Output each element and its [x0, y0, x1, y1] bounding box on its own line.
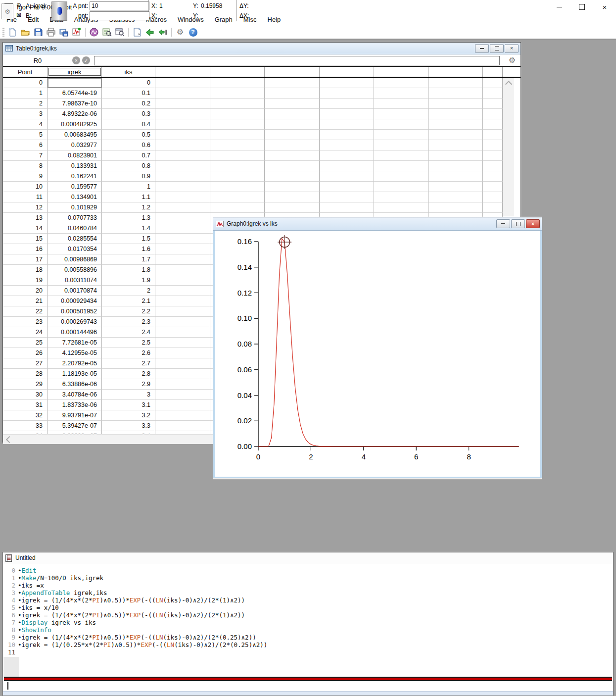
point-cell[interactable]: 32 — [3, 410, 47, 421]
table-cell[interactable] — [428, 161, 483, 171]
table-cell[interactable]: 2.9 — [102, 379, 155, 390]
command-titlebar[interactable]: Untitled — [3, 552, 613, 564]
igrek-trace[interactable] — [258, 239, 519, 447]
table-cell[interactable]: 0.159577 — [47, 182, 102, 192]
table-cell[interactable]: 4.89322e-06 — [47, 109, 102, 119]
command-line[interactable]: 10•igrek = (1/(0.25*x*(2*PI)∧0.5))*EXP(-… — [3, 641, 613, 648]
point-cell[interactable]: 0 — [3, 78, 47, 88]
table-cell[interactable] — [374, 202, 428, 213]
table-cell[interactable] — [483, 192, 503, 202]
table-cell[interactable]: 1.8 — [102, 265, 155, 275]
table-cell[interactable]: 0.0170354 — [47, 244, 102, 254]
table-cell[interactable] — [155, 296, 210, 306]
graph-close-button[interactable]: × — [526, 219, 540, 228]
table-cell[interactable] — [374, 150, 428, 161]
point-cell[interactable]: 7 — [3, 150, 47, 161]
table-cell[interactable] — [428, 150, 483, 161]
table-cell[interactable]: 2.1 — [102, 296, 155, 306]
table-cell[interactable] — [155, 234, 210, 244]
command-input-line[interactable] — [3, 681, 613, 691]
table-cell[interactable]: 2.20792e-05 — [47, 358, 102, 369]
graph-plot-area[interactable]: 0.000.020.040.060.080.100.120.140.160246… — [213, 231, 542, 478]
table-cell[interactable] — [428, 171, 483, 182]
table-cell[interactable]: 2.7 — [102, 358, 155, 369]
command-line[interactable]: 3•AppendToTable igrek,iks — [3, 589, 613, 597]
table-cell[interactable] — [320, 161, 374, 171]
table-cell[interactable] — [155, 431, 210, 434]
table-cell[interactable] — [320, 192, 374, 202]
point-cell[interactable]: 4 — [3, 119, 47, 130]
table-cell[interactable] — [155, 400, 210, 410]
save-graphics-button[interactable] — [57, 26, 70, 38]
table-cell[interactable] — [483, 88, 503, 99]
open-button[interactable] — [19, 26, 32, 38]
table-cell[interactable]: 0.000929434 — [47, 296, 102, 306]
point-cell[interactable]: 12 — [3, 202, 47, 213]
table-cell[interactable] — [265, 192, 320, 202]
table-cell[interactable]: 2.2 — [102, 306, 155, 317]
table-cell[interactable] — [210, 140, 265, 150]
table-cell[interactable] — [210, 182, 265, 192]
table-cell[interactable]: 0.134901 — [47, 192, 102, 202]
go-back-button[interactable] — [143, 26, 156, 38]
graph-minimize-button[interactable] — [496, 219, 510, 228]
point-cell[interactable]: 16 — [3, 244, 47, 254]
table-cell[interactable]: 0.000144496 — [47, 327, 102, 338]
column-header-empty[interactable] — [210, 67, 265, 77]
table-cell[interactable] — [483, 202, 503, 213]
column-header-iks[interactable]: iks — [102, 67, 155, 77]
point-cell[interactable]: 24 — [3, 327, 47, 338]
command-line[interactable]: 7•Display igrek vs iks — [3, 619, 613, 626]
table-cell[interactable]: 5.39427e-07 — [47, 421, 102, 431]
command-divider[interactable] — [4, 677, 612, 681]
close-button[interactable]: × — [593, 0, 616, 14]
table-cell[interactable] — [374, 192, 428, 202]
table-cell[interactable]: 0.00986869 — [47, 254, 102, 265]
menu-item-help[interactable]: Help — [262, 14, 286, 26]
point-cell[interactable]: 26 — [3, 348, 47, 358]
point-cell[interactable]: 33 — [3, 421, 47, 431]
table-cell[interactable] — [210, 99, 265, 109]
print-button[interactable] — [45, 26, 57, 38]
table-cell[interactable] — [483, 109, 503, 119]
graph-titlebar[interactable]: Graph0:igrek vs iks × — [213, 217, 542, 231]
point-cell[interactable]: 18 — [3, 265, 47, 275]
table-cell[interactable] — [155, 119, 210, 130]
command-line[interactable]: 0•Edit — [3, 567, 613, 574]
table-cell[interactable] — [483, 182, 503, 192]
table-cell[interactable] — [155, 338, 210, 348]
graph-maximize-button[interactable] — [511, 219, 525, 228]
point-cell[interactable]: 9 — [3, 171, 47, 182]
info-gear-button[interactable]: ⚙ — [1, 3, 13, 19]
point-cell[interactable]: 11 — [3, 192, 47, 202]
table-cell[interactable] — [210, 192, 265, 202]
table-cell[interactable]: 2.8 — [102, 369, 155, 379]
table-cell[interactable] — [320, 78, 374, 88]
table-cell[interactable] — [483, 119, 503, 130]
a-pnt-input[interactable] — [90, 1, 149, 10]
table-cell[interactable]: 1.6 — [102, 244, 155, 254]
column-header-empty[interactable] — [483, 67, 503, 77]
table-cell[interactable] — [155, 140, 210, 150]
table-cell[interactable]: 1.9 — [102, 275, 155, 286]
table-cell[interactable] — [320, 119, 374, 130]
table-cell[interactable]: 7.72681e-05 — [47, 338, 102, 348]
browse-waves-button[interactable] — [88, 26, 100, 38]
maximize-button[interactable] — [570, 0, 593, 14]
table-cell[interactable]: 1.18193e-05 — [47, 369, 102, 379]
table-cell[interactable] — [320, 182, 374, 192]
column-header-empty[interactable] — [374, 67, 428, 77]
new-graph-button[interactable] — [70, 26, 83, 38]
accept-entry-button[interactable]: ✓ — [82, 56, 90, 64]
table-cell[interactable] — [155, 182, 210, 192]
column-header-empty[interactable] — [265, 67, 320, 77]
table-cell[interactable] — [320, 150, 374, 161]
point-cell[interactable]: 29 — [3, 379, 47, 390]
table-cell[interactable]: 7.98637e-10 — [47, 99, 102, 109]
column-header-empty[interactable] — [320, 67, 374, 77]
point-cell[interactable]: 31 — [3, 400, 47, 410]
table-cell[interactable] — [320, 171, 374, 182]
table-cell[interactable] — [210, 130, 265, 140]
table-cell[interactable] — [155, 109, 210, 119]
table-cell[interactable] — [374, 109, 428, 119]
